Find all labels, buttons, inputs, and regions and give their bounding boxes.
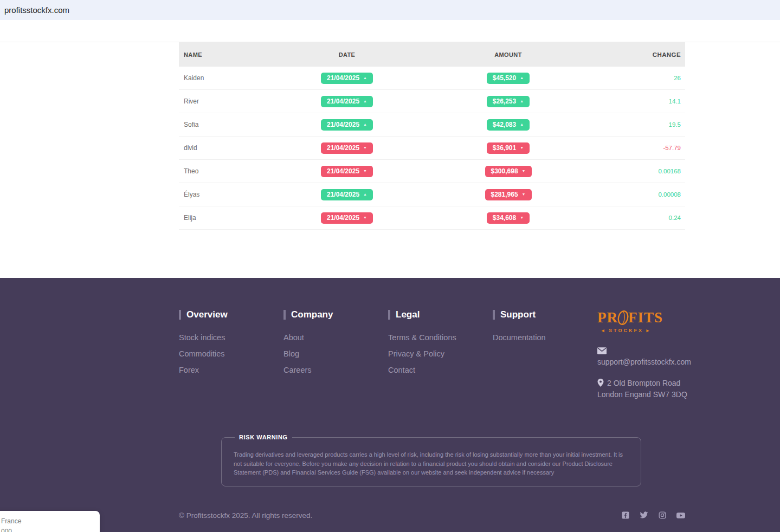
footer-bottom-row: © Profitsstockfx 2025. All rights reserv…	[179, 511, 685, 520]
table-row: Kaiden21/04/2025▲$45,520▲26	[179, 67, 685, 90]
footer-link[interactable]: Careers	[283, 366, 388, 374]
footer-link[interactable]: Documentation	[493, 333, 597, 342]
footer-heading: Legal	[388, 309, 493, 320]
date-value: 21/04/2025	[327, 214, 359, 222]
contact-email-block: support@profitsstockfx.com	[597, 345, 691, 368]
toast-line2: 000	[1, 528, 91, 532]
footer-link[interactable]: Forex	[179, 366, 283, 374]
table-header-row: NAMEDATEAMOUNTCHANGE	[179, 42, 685, 67]
date-value: 21/04/2025	[327, 144, 359, 152]
footer-link[interactable]: Terms & Conditions	[388, 333, 493, 342]
caret-down-icon: ▼	[363, 146, 367, 150]
column-header-name: NAME	[179, 51, 266, 58]
footer-heading: Overview	[179, 309, 283, 320]
amount-pill[interactable]: $42,083▲	[487, 119, 530, 131]
caret-down-icon: ▼	[522, 192, 526, 196]
amount-value: $36,901	[493, 144, 516, 152]
amount-pill[interactable]: $34,608▼	[487, 212, 530, 224]
social-links	[622, 511, 685, 519]
address-bar[interactable]: profitsstockfx.com	[0, 0, 780, 20]
toast-line1: France	[1, 517, 91, 525]
column-header-amount: AMOUNT	[428, 51, 588, 58]
footer-columns: OverviewStock indicesCommoditiesForexCom…	[179, 309, 685, 400]
row-name: Elija	[179, 214, 266, 222]
row-name: Theo	[179, 167, 266, 175]
amount-pill[interactable]: $36,901▼	[487, 142, 530, 154]
amount-value: $300,698	[491, 167, 518, 175]
caret-up-icon: ▲	[363, 122, 367, 126]
logo-subtitle: STOCKFX	[597, 328, 655, 333]
amount-pill[interactable]: $26,253▲	[487, 96, 530, 107]
change-value: -57.79	[588, 145, 685, 151]
amount-value: $34,608	[493, 214, 516, 222]
heading-bar-icon	[179, 310, 181, 320]
amount-value: $45,520	[493, 74, 516, 82]
instagram-icon[interactable]	[659, 511, 666, 519]
table-row: Elija21/04/2025▼$34,608▼0.24	[179, 206, 685, 230]
date-pill[interactable]: 21/04/2025▼	[321, 142, 373, 154]
contact-email[interactable]: support@profitsstockfx.com	[597, 356, 691, 368]
footer-link[interactable]: Commodities	[179, 349, 283, 358]
youtube-icon[interactable]	[676, 512, 685, 519]
date-pill[interactable]: 21/04/2025▲	[321, 96, 373, 107]
address-bar-url[interactable]: profitsstockfx.com	[4, 5, 69, 15]
footer-column-overview: OverviewStock indicesCommoditiesForex	[179, 309, 283, 400]
row-name: Kaiden	[179, 74, 266, 82]
column-header-date: DATE	[266, 51, 428, 58]
caret-down-icon: ▼	[520, 146, 524, 150]
amount-pill[interactable]: $300,698▼	[485, 166, 532, 177]
row-name: divid	[179, 144, 266, 152]
main-content: NAMEDATEAMOUNTCHANGE Kaiden21/04/2025▲$4…	[0, 42, 780, 230]
facebook-icon[interactable]	[622, 511, 629, 519]
brand-logo: PR FITS	[597, 309, 691, 326]
change-value: 0.00008	[588, 191, 685, 198]
date-value: 21/04/2025	[327, 98, 359, 105]
amount-pill[interactable]: $281,965▼	[485, 189, 532, 200]
date-pill[interactable]: 21/04/2025▼	[321, 166, 373, 177]
twitter-icon[interactable]	[640, 511, 648, 519]
table-body: Kaiden21/04/2025▲$45,520▲26River21/04/20…	[179, 67, 685, 230]
transactions-table: NAMEDATEAMOUNTCHANGE Kaiden21/04/2025▲$4…	[179, 42, 685, 230]
heading-bar-icon	[388, 310, 390, 320]
footer-link[interactable]: Stock indices	[179, 333, 283, 342]
date-value: 21/04/2025	[327, 167, 359, 175]
caret-down-icon: ▼	[363, 216, 367, 219]
amount-pill[interactable]: $45,520▲	[487, 73, 530, 84]
amount-value: $281,965	[491, 191, 518, 198]
amount-value: $42,083	[493, 121, 516, 128]
change-value: 0.00168	[588, 168, 685, 174]
footer-column-support: SupportDocumentation	[493, 309, 597, 400]
table-row: divid21/04/2025▼$36,901▼-57.79	[179, 137, 685, 160]
caret-up-icon: ▲	[363, 99, 367, 103]
logo-text-pre: PR	[597, 310, 618, 325]
row-name: River	[179, 98, 266, 105]
amount-value: $26,253	[493, 98, 516, 105]
notification-toast[interactable]: France 000	[0, 511, 100, 532]
heading-bar-icon	[493, 310, 495, 320]
date-pill[interactable]: 21/04/2025▲	[321, 119, 373, 131]
date-pill[interactable]: 21/04/2025▲	[321, 73, 373, 84]
caret-up-icon: ▲	[520, 76, 524, 80]
footer-link[interactable]: About	[283, 333, 388, 342]
date-value: 21/04/2025	[327, 191, 359, 198]
date-pill[interactable]: 21/04/2025▼	[321, 212, 373, 224]
risk-warning-title: RISK WARNING	[235, 434, 292, 440]
footer-column-legal: LegalTerms & ConditionsPrivacy & PolicyC…	[388, 309, 493, 400]
location-pin-icon	[597, 379, 604, 387]
heading-bar-icon	[283, 310, 286, 320]
footer-brand: PR FITS STOCKFX support@profitsstock	[597, 309, 691, 400]
footer-link[interactable]: Contact	[388, 366, 493, 374]
change-value: 19.5	[588, 121, 685, 128]
footer-link[interactable]: Privacy & Policy	[388, 349, 493, 358]
caret-up-icon: ▲	[520, 99, 524, 103]
risk-warning-box: RISK WARNING Trading derivatives and lev…	[221, 434, 641, 486]
table-row: Sofia21/04/2025▲$42,083▲19.5	[179, 113, 685, 137]
row-name: Sofia	[179, 121, 266, 128]
footer: OverviewStock indicesCommoditiesForexCom…	[0, 278, 780, 532]
caret-down-icon: ▼	[363, 169, 367, 173]
footer-link[interactable]: Blog	[283, 349, 388, 358]
date-pill[interactable]: 21/04/2025▲	[321, 189, 373, 200]
envelope-icon	[597, 347, 607, 354]
logo-text-post: FITS	[628, 310, 663, 325]
table-row: Élyas21/04/2025▲$281,965▼0.00008	[179, 183, 685, 206]
